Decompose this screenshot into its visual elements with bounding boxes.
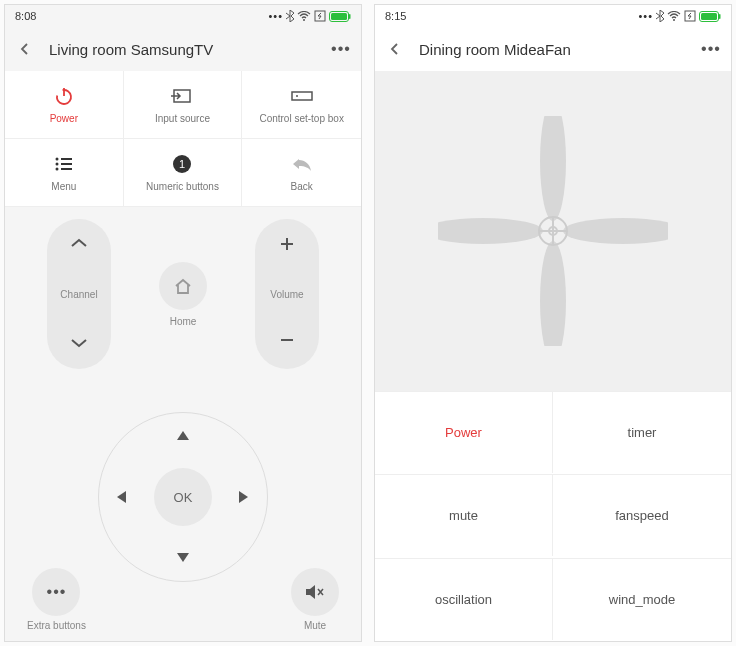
battery-icon bbox=[699, 11, 721, 22]
mid-controls: Channel Home Volume bbox=[5, 207, 361, 375]
mute-group: Mute bbox=[291, 568, 339, 631]
svg-rect-8 bbox=[292, 92, 312, 100]
wifi-icon bbox=[297, 11, 311, 21]
input-source-button[interactable]: Input source bbox=[124, 71, 243, 139]
ellipsis-icon: ••• bbox=[638, 10, 653, 22]
ok-button[interactable]: OK bbox=[154, 468, 212, 526]
mute-icon bbox=[304, 583, 326, 601]
fan-oscillation-button[interactable]: oscillation bbox=[375, 558, 553, 640]
power-label: Power bbox=[50, 113, 78, 124]
svg-point-28 bbox=[438, 218, 543, 244]
status-icons: ••• bbox=[638, 10, 721, 22]
menu-label: Menu bbox=[51, 181, 76, 192]
status-icons: ••• bbox=[268, 10, 351, 22]
fan-fanspeed-label: fanspeed bbox=[615, 508, 669, 523]
tv-button-grid: Power Input source Control set-top box M… bbox=[5, 71, 361, 207]
ellipsis-icon: ••• bbox=[47, 583, 67, 601]
bluetooth-icon bbox=[656, 10, 664, 22]
status-bar: 8:08 ••• bbox=[5, 5, 361, 27]
channel-up-button[interactable] bbox=[70, 235, 88, 253]
svg-point-26 bbox=[540, 116, 566, 221]
dpad-area: OK ••• Extra buttons Mute bbox=[5, 375, 361, 641]
extra-buttons-button[interactable]: ••• bbox=[32, 568, 80, 616]
fan-power-button[interactable]: Power bbox=[375, 391, 553, 473]
back-label: Back bbox=[291, 181, 313, 192]
svg-rect-25 bbox=[719, 14, 721, 19]
volume-down-button[interactable] bbox=[278, 331, 296, 353]
fan-remote-screen: 8:15 ••• Dining room MideaFan ••• bbox=[374, 4, 732, 642]
more-icon[interactable]: ••• bbox=[699, 40, 723, 58]
input-source-label: Input source bbox=[155, 113, 210, 124]
fan-windmode-button[interactable]: wind_mode bbox=[553, 558, 731, 640]
page-title: Living room SamsungTV bbox=[49, 41, 317, 58]
svg-point-12 bbox=[55, 163, 58, 166]
fan-illustration bbox=[375, 71, 731, 391]
svg-point-29 bbox=[563, 218, 668, 244]
fan-button-grid: Power timer mute fanspeed oscillation wi… bbox=[375, 391, 731, 641]
channel-label: Channel bbox=[60, 289, 97, 300]
svg-text:1: 1 bbox=[179, 158, 185, 170]
power-icon bbox=[53, 85, 75, 107]
back-icon[interactable] bbox=[13, 42, 37, 56]
fan-power-label: Power bbox=[445, 425, 482, 440]
ok-label: OK bbox=[174, 490, 193, 505]
ellipsis-icon: ••• bbox=[268, 10, 283, 22]
menu-button[interactable]: Menu bbox=[5, 139, 124, 207]
volume-rocker: Volume bbox=[255, 219, 319, 369]
back-icon[interactable] bbox=[383, 42, 407, 56]
back-reply-icon bbox=[291, 153, 313, 175]
svg-rect-24 bbox=[701, 13, 717, 20]
svg-point-27 bbox=[540, 241, 566, 346]
dpad-left-button[interactable] bbox=[117, 491, 126, 503]
fan-windmode-label: wind_mode bbox=[609, 592, 676, 607]
input-source-icon bbox=[171, 85, 193, 107]
numeric-icon: 1 bbox=[172, 153, 192, 175]
more-icon[interactable]: ••• bbox=[329, 40, 353, 58]
home-label: Home bbox=[170, 316, 197, 327]
svg-point-9 bbox=[296, 95, 298, 97]
volume-up-button[interactable] bbox=[278, 235, 296, 257]
home-icon bbox=[173, 277, 193, 295]
bluetooth-icon bbox=[286, 10, 294, 22]
fan-mute-label: mute bbox=[449, 508, 478, 523]
charge-box-icon bbox=[684, 10, 696, 22]
home-group: Home bbox=[159, 262, 207, 327]
dpad-down-button[interactable] bbox=[177, 553, 189, 562]
svg-rect-3 bbox=[331, 13, 347, 20]
svg-point-14 bbox=[55, 168, 58, 171]
status-time: 8:15 bbox=[385, 10, 406, 22]
power-button[interactable]: Power bbox=[5, 71, 124, 139]
channel-rocker: Channel bbox=[47, 219, 111, 369]
stb-label: Control set-top box bbox=[259, 113, 344, 124]
wifi-icon bbox=[667, 11, 681, 21]
stb-icon bbox=[290, 85, 314, 107]
home-button[interactable] bbox=[159, 262, 207, 310]
numeric-label: Numeric buttons bbox=[146, 181, 219, 192]
nav-header: Living room SamsungTV ••• bbox=[5, 27, 361, 71]
menu-icon bbox=[54, 153, 74, 175]
status-time: 8:08 bbox=[15, 10, 36, 22]
svg-rect-4 bbox=[349, 14, 351, 19]
mute-label: Mute bbox=[304, 620, 326, 631]
stb-button[interactable]: Control set-top box bbox=[242, 71, 361, 139]
tv-remote-screen: 8:08 ••• Living room SamsungTV ••• Power… bbox=[4, 4, 362, 642]
nav-header: Dining room MideaFan ••• bbox=[375, 27, 731, 71]
svg-point-21 bbox=[673, 19, 675, 21]
svg-point-10 bbox=[55, 158, 58, 161]
channel-down-button[interactable] bbox=[70, 335, 88, 353]
battery-icon bbox=[329, 11, 351, 22]
fan-icon bbox=[438, 116, 668, 346]
numeric-button[interactable]: 1 Numeric buttons bbox=[124, 139, 243, 207]
extra-buttons-group: ••• Extra buttons bbox=[27, 568, 86, 631]
fan-fanspeed-button[interactable]: fanspeed bbox=[553, 474, 731, 556]
extra-label: Extra buttons bbox=[27, 620, 86, 631]
mute-button[interactable] bbox=[291, 568, 339, 616]
fan-timer-label: timer bbox=[628, 425, 657, 440]
dpad-up-button[interactable] bbox=[177, 431, 189, 440]
fan-timer-button[interactable]: timer bbox=[553, 391, 731, 473]
fan-oscillation-label: oscillation bbox=[435, 592, 492, 607]
fan-mute-button[interactable]: mute bbox=[375, 474, 553, 556]
volume-label: Volume bbox=[270, 289, 303, 300]
dpad-right-button[interactable] bbox=[239, 491, 248, 503]
back-button[interactable]: Back bbox=[242, 139, 361, 207]
